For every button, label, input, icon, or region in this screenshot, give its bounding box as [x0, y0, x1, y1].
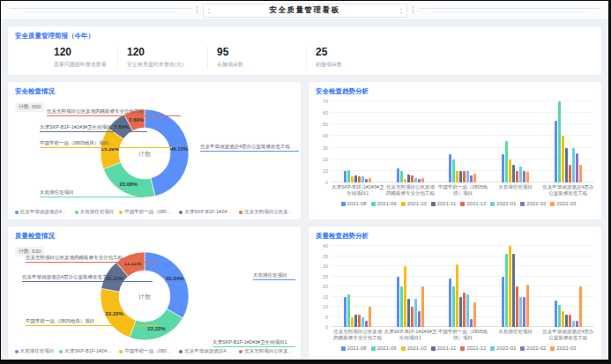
legend-item[interactable]: 天辰湖住宅项目: [15, 348, 55, 354]
bar[interactable]: [579, 286, 582, 327]
bar[interactable]: [572, 148, 575, 182]
bar[interactable]: [516, 171, 518, 182]
bar[interactable]: [562, 136, 564, 182]
bar[interactable]: [519, 297, 522, 328]
legend-item[interactable]: 2021-08: [341, 201, 367, 206]
legend-item[interactable]: 2022-03: [550, 201, 576, 206]
bar[interactable]: [473, 174, 476, 183]
bar[interactable]: [456, 171, 458, 182]
legend-item[interactable]: 北京年华旅游酒店4层办公室装修改造工程: [179, 348, 234, 354]
bar[interactable]: [400, 171, 403, 182]
legend-item[interactable]: 天津SKP-B1F-1#2#3#卫生间项目1: [59, 348, 114, 354]
bar[interactable]: [397, 277, 399, 328]
bar[interactable]: [354, 175, 357, 182]
bar[interactable]: [404, 266, 406, 327]
bar[interactable]: [344, 297, 346, 328]
bar[interactable]: [523, 297, 525, 328]
bar[interactable]: [351, 176, 354, 182]
legend-item[interactable]: 天津SKP-B1F-1#2#3#卫生间项目1: [179, 209, 234, 215]
bar[interactable]: [361, 176, 364, 182]
bar[interactable]: [452, 160, 455, 182]
legend-item[interactable]: 2021-10: [401, 201, 427, 206]
bar[interactable]: [365, 321, 368, 327]
bar[interactable]: [466, 171, 469, 182]
bar[interactable]: [459, 297, 462, 328]
bar[interactable]: [418, 311, 421, 327]
bar[interactable]: [344, 171, 346, 182]
bar[interactable]: [411, 307, 414, 327]
legend-item[interactable]: 2021-11: [431, 345, 457, 351]
bar[interactable]: [411, 175, 414, 182]
bar[interactable]: [459, 171, 462, 182]
legend-item[interactable]: 北京年华旅游酒店4层办公室装修改造工程: [15, 209, 70, 215]
legend-item[interactable]: 2021-08: [341, 345, 367, 351]
bar[interactable]: [519, 167, 522, 182]
bar[interactable]: [456, 264, 458, 327]
bar[interactable]: [505, 141, 508, 182]
bar[interactable]: [523, 171, 525, 182]
bar[interactable]: [365, 179, 368, 182]
bar[interactable]: [562, 311, 564, 327]
bar[interactable]: [555, 301, 557, 327]
bar[interactable]: [505, 254, 508, 327]
bar[interactable]: [347, 170, 350, 182]
bar[interactable]: [358, 315, 361, 327]
bar[interactable]: [576, 321, 578, 327]
bar[interactable]: [509, 160, 511, 182]
bar[interactable]: [397, 168, 399, 182]
bar[interactable]: [354, 315, 357, 327]
bar[interactable]: [526, 285, 529, 327]
legend-item[interactable]: 中国学府一品（0805地块）项目: [119, 348, 174, 354]
bar[interactable]: [466, 294, 469, 327]
legend-item[interactable]: 北京光熙项目公区及墙内精装修专业分包工程: [239, 209, 294, 215]
legend-item[interactable]: 2021-12: [460, 201, 486, 206]
legend-item[interactable]: 2021-09: [371, 345, 397, 351]
bar[interactable]: [565, 315, 568, 327]
bar[interactable]: [516, 286, 518, 327]
bar[interactable]: [579, 165, 582, 182]
bar[interactable]: [421, 178, 424, 182]
bar[interactable]: [347, 294, 350, 327]
bar[interactable]: [555, 121, 557, 182]
bar[interactable]: [569, 315, 571, 327]
bar[interactable]: [558, 101, 561, 182]
bar[interactable]: [361, 317, 364, 328]
legend-item[interactable]: 天辰湖住宅项目: [75, 209, 115, 215]
bar[interactable]: [558, 305, 561, 327]
bar[interactable]: [400, 286, 403, 327]
bar[interactable]: [449, 279, 451, 327]
bar[interactable]: [351, 317, 354, 328]
bar[interactable]: [404, 179, 406, 182]
bar[interactable]: [452, 286, 455, 327]
bar[interactable]: [576, 153, 578, 182]
bar[interactable]: [512, 165, 515, 182]
bar[interactable]: [512, 254, 515, 327]
legend-item[interactable]: 2021-12: [460, 345, 486, 351]
bar[interactable]: [369, 178, 371, 182]
bar[interactable]: [421, 286, 424, 327]
bar[interactable]: [502, 154, 504, 182]
bar[interactable]: [572, 321, 575, 327]
bar[interactable]: [526, 172, 529, 182]
legend-item[interactable]: 2022-03: [550, 345, 576, 351]
bar[interactable]: [449, 154, 451, 182]
legend-item[interactable]: 中国学府一品（0805地块）项目: [119, 209, 174, 215]
bar[interactable]: [565, 148, 568, 182]
legend-item[interactable]: 2022-02: [520, 201, 546, 206]
bar[interactable]: [470, 319, 473, 327]
legend-item[interactable]: 北京光熙项目公区及墙内精装修专业分包工程: [239, 348, 294, 354]
legend-item[interactable]: 2022-01: [490, 201, 516, 206]
bar[interactable]: [569, 165, 571, 182]
legend-item[interactable]: 2021-09: [371, 201, 397, 206]
bar[interactable]: [358, 176, 361, 182]
bar[interactable]: [414, 178, 417, 182]
bar[interactable]: [418, 179, 421, 182]
legend-item[interactable]: 2022-01: [490, 345, 516, 351]
bar[interactable]: [463, 293, 466, 327]
legend-item[interactable]: 2022-02: [520, 345, 546, 351]
bar[interactable]: [407, 175, 410, 182]
legend-item[interactable]: 2021-10: [401, 345, 427, 351]
bar[interactable]: [414, 299, 417, 327]
legend-item[interactable]: 2021-11: [431, 201, 457, 206]
bar[interactable]: [473, 302, 476, 327]
